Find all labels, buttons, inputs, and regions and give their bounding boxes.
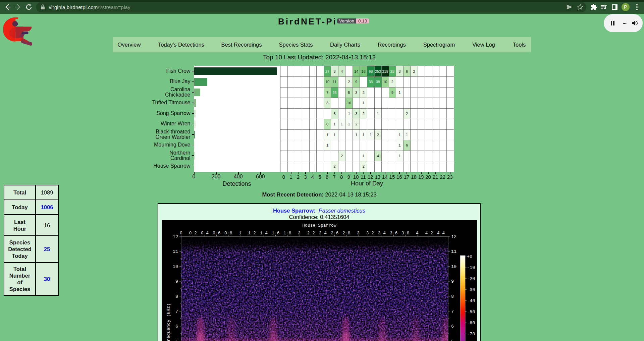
svg-text:10: 10: [325, 80, 329, 84]
svg-text:2: 2: [363, 91, 365, 95]
svg-text:16: 16: [362, 69, 366, 73]
svg-text:-70: -70: [467, 332, 475, 337]
svg-text:3: 3: [355, 91, 357, 95]
svg-text:10: 10: [383, 80, 387, 84]
svg-text:1: 1: [333, 122, 335, 126]
svg-text:4: 4: [416, 231, 419, 236]
svg-text:2·6: 2·6: [331, 231, 338, 236]
svg-text:10: 10: [347, 101, 351, 105]
svg-text:6: 6: [175, 324, 178, 329]
svg-text:39: 39: [376, 80, 380, 84]
svg-text:-20: -20: [467, 276, 475, 281]
svg-text:27: 27: [325, 69, 329, 73]
svg-text:2: 2: [363, 164, 365, 168]
svg-text:5: 5: [348, 91, 350, 95]
svg-text:2: 2: [348, 80, 350, 84]
svg-text:2: 2: [406, 112, 408, 116]
svg-text:14: 14: [354, 69, 358, 73]
svg-text:28: 28: [390, 69, 394, 73]
svg-text:1: 1: [326, 143, 328, 147]
svg-text:1: 1: [363, 133, 365, 137]
svg-text:2: 2: [363, 112, 365, 116]
svg-text:0·6: 0·6: [213, 231, 220, 236]
svg-text:12: 12: [451, 234, 457, 239]
svg-text:7: 7: [326, 91, 328, 95]
svg-text:1·6: 1·6: [272, 231, 279, 236]
svg-text:319: 319: [382, 69, 388, 73]
svg-text:1: 1: [398, 143, 400, 147]
svg-text:253: 253: [375, 69, 381, 73]
svg-text:1: 1: [348, 112, 350, 116]
svg-text:8: 8: [451, 294, 454, 299]
svg-text:1: 1: [398, 154, 400, 158]
svg-text:1: 1: [239, 231, 241, 236]
svg-text:0·4: 0·4: [201, 231, 209, 236]
svg-text:2·8: 2·8: [342, 231, 350, 236]
svg-text:3: 3: [326, 101, 328, 105]
svg-text:2: 2: [355, 122, 357, 126]
svg-text:7: 7: [451, 309, 454, 314]
svg-text:2: 2: [341, 154, 343, 158]
svg-text:10: 10: [173, 264, 178, 269]
svg-text:1: 1: [406, 133, 408, 137]
svg-text:-30: -30: [467, 287, 475, 292]
svg-text:2: 2: [377, 133, 379, 137]
svg-text:1: 1: [398, 91, 400, 95]
svg-text:1: 1: [398, 133, 400, 137]
svg-text:4·4: 4·4: [437, 231, 445, 236]
svg-text:26: 26: [332, 91, 336, 95]
svg-text:5: 5: [175, 339, 178, 341]
svg-text:1: 1: [355, 133, 357, 137]
svg-text:4: 4: [341, 69, 343, 73]
svg-text:11: 11: [173, 249, 178, 254]
svg-text:36: 36: [369, 80, 373, 84]
svg-text:1: 1: [348, 122, 350, 126]
svg-text:6: 6: [406, 143, 408, 147]
svg-text:3: 3: [357, 231, 360, 236]
svg-text:-10: -10: [467, 265, 475, 270]
svg-text:3: 3: [355, 112, 357, 116]
svg-text:3: 3: [333, 69, 335, 73]
svg-text:9: 9: [391, 91, 393, 95]
svg-text:10: 10: [451, 264, 457, 269]
svg-text:9: 9: [355, 80, 357, 84]
svg-text:5: 5: [451, 339, 454, 341]
svg-text:1: 1: [341, 122, 343, 126]
svg-text:2: 2: [298, 231, 301, 236]
svg-text:9: 9: [451, 279, 454, 284]
svg-text:4: 4: [377, 154, 379, 158]
svg-text:0·8: 0·8: [224, 231, 232, 236]
svg-text:6: 6: [326, 122, 328, 126]
svg-text:3·6: 3·6: [390, 231, 397, 236]
svg-text:0·2: 0·2: [189, 231, 197, 236]
svg-text:2·4: 2·4: [319, 231, 327, 236]
svg-text:2: 2: [391, 80, 393, 84]
svg-text:3: 3: [398, 69, 400, 73]
svg-text:12: 12: [173, 234, 178, 239]
svg-text:6: 6: [451, 324, 454, 329]
svg-text:1: 1: [363, 101, 365, 105]
svg-text:3·8: 3·8: [401, 231, 409, 236]
svg-text:68: 68: [369, 69, 373, 73]
svg-text:-60: -60: [467, 321, 475, 326]
svg-text:0: 0: [180, 231, 182, 236]
svg-text:1·8: 1·8: [283, 231, 291, 236]
svg-text:3·2: 3·2: [366, 231, 374, 236]
svg-text:6: 6: [406, 69, 408, 73]
svg-text:-40: -40: [467, 298, 475, 303]
svg-text:1: 1: [377, 112, 379, 116]
svg-text:+0: +0: [467, 254, 472, 259]
svg-text:3: 3: [333, 112, 335, 116]
svg-text:8: 8: [175, 294, 178, 299]
svg-text:7: 7: [175, 309, 178, 314]
svg-text:1·2: 1·2: [248, 231, 256, 236]
svg-text:1·4: 1·4: [260, 231, 268, 236]
svg-text:1: 1: [363, 154, 365, 158]
svg-text:1: 1: [326, 133, 328, 137]
svg-text:1: 1: [333, 133, 335, 137]
svg-text:2: 2: [333, 164, 335, 168]
svg-text:4·2: 4·2: [425, 231, 433, 236]
svg-text:2·2: 2·2: [307, 231, 315, 236]
svg-text:11: 11: [451, 249, 457, 254]
svg-text:2: 2: [413, 69, 415, 73]
